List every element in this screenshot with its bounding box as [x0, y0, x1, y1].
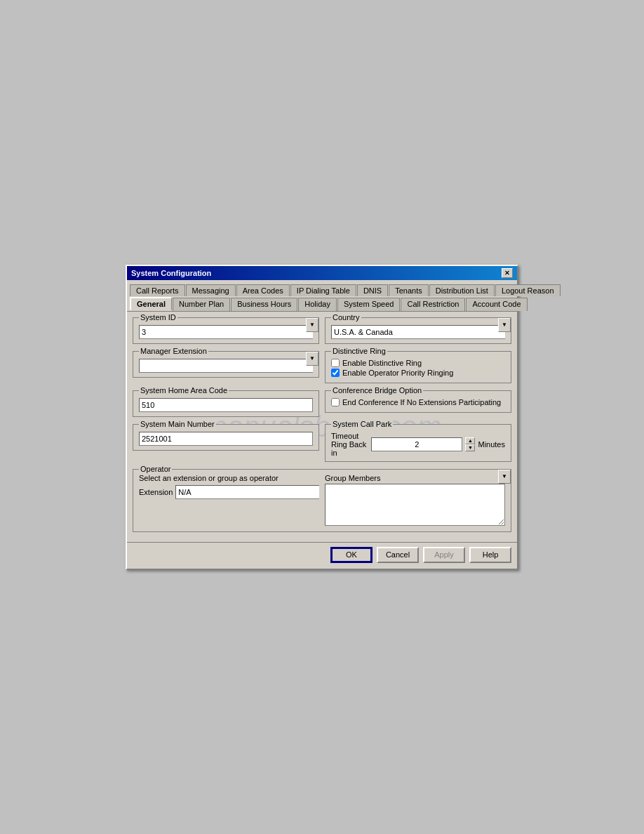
- country-input[interactable]: [331, 325, 505, 339]
- tab-system-speed[interactable]: System Speed: [337, 298, 401, 311]
- tab-ip-dialing-table[interactable]: IP Dialing Table: [290, 284, 356, 296]
- main-number-group: System Main Number: [133, 424, 319, 466]
- tab-tenants[interactable]: Tenants: [389, 284, 429, 296]
- end-conference-checkbox[interactable]: [331, 398, 340, 406]
- tab-call-restriction[interactable]: Call Restriction: [401, 298, 465, 311]
- operator-inner: Select an extension or group as operator…: [139, 474, 505, 527]
- distinctive-ring-fieldgroup: Distinctive Ring Enable Distinctive Ring…: [325, 351, 511, 383]
- button-row: OK Cancel Apply Help: [127, 542, 517, 569]
- tab-dnis[interactable]: DNIS: [357, 284, 388, 296]
- top-row: System ID ▼ Country ▼: [133, 317, 511, 348]
- mid-row-3: System Main Number System Call Park Time…: [133, 424, 511, 466]
- operator-desc: Select an extension or group as operator: [139, 474, 319, 482]
- spinbox-wrapper: Timeout Ring Back in ▲ ▼ Minutes: [331, 432, 505, 457]
- country-fieldgroup: Country ▼: [325, 317, 511, 344]
- tab-number-plan[interactable]: Number Plan: [173, 298, 230, 311]
- manager-ext-input-wrapper: ▼: [139, 359, 313, 373]
- minutes-label: Minutes: [478, 440, 505, 449]
- group-members-label: Group Members: [325, 474, 505, 482]
- country-dropdown-arrow[interactable]: ▼: [498, 318, 511, 332]
- tab-holiday[interactable]: Holiday: [298, 298, 337, 311]
- tab-area-codes[interactable]: Area Codes: [236, 284, 290, 296]
- system-config-dialog: System Configuration ✕ Call Reports Mess…: [126, 265, 518, 570]
- main-number-input[interactable]: [139, 432, 313, 446]
- conference-bridge-group: Conference Bridge Option End Conference …: [325, 390, 511, 421]
- tab-call-reports[interactable]: Call Reports: [130, 284, 185, 296]
- call-park-fieldgroup: System Call Park Timeout Ring Back in ▲ …: [325, 424, 511, 462]
- system-id-input[interactable]: [139, 325, 313, 339]
- enable-distinctive-ring-label: Enable Distinctive Ring: [342, 359, 422, 367]
- tabs-row-1: Call Reports Messaging Area Codes IP Dia…: [127, 280, 517, 312]
- distinctive-ring-group: Distinctive Ring Enable Distinctive Ring…: [325, 351, 511, 388]
- country-input-wrapper: ▼: [331, 325, 505, 339]
- apply-button[interactable]: Apply: [423, 547, 465, 563]
- ext-dropdown-arrow[interactable]: ▼: [498, 470, 511, 484]
- spin-up-button[interactable]: ▲: [465, 437, 475, 444]
- operator-label: Operator: [139, 465, 172, 473]
- mid-row-1: Manager Extension ▼ Distinctive Ring Ena…: [133, 351, 511, 388]
- conference-bridge-option-row: End Conference If No Extensions Particip…: [331, 398, 505, 406]
- conference-bridge-fieldgroup: Conference Bridge Option End Conference …: [325, 390, 511, 413]
- system-id-dropdown-arrow[interactable]: ▼: [306, 318, 318, 332]
- tab-messaging[interactable]: Messaging: [186, 284, 236, 296]
- timeout-spinbox[interactable]: [371, 437, 462, 451]
- area-code-group: System Home Area Code: [133, 390, 319, 421]
- distinctive-ring-option1-row: Enable Distinctive Ring: [331, 359, 505, 367]
- tab-distribution-list[interactable]: Distribution List: [429, 284, 495, 296]
- spin-down-button[interactable]: ▼: [465, 444, 475, 451]
- distinctive-ring-label: Distinctive Ring: [331, 347, 387, 355]
- cancel-button[interactable]: Cancel: [377, 547, 419, 563]
- dialog-content: manualsbase.com System ID ▼ Country ▼: [127, 312, 517, 542]
- help-button[interactable]: Help: [469, 547, 511, 563]
- tab-general[interactable]: General: [130, 297, 172, 310]
- group-members-box[interactable]: [325, 484, 505, 526]
- call-park-group: System Call Park Timeout Ring Back in ▲ …: [325, 424, 511, 466]
- end-conference-label: End Conference If No Extensions Particip…: [342, 398, 501, 406]
- manager-ext-fieldgroup: Manager Extension ▼: [133, 351, 319, 378]
- tab-row-1: Call Reports Messaging Area Codes IP Dia…: [130, 283, 514, 295]
- system-id-fieldgroup: System ID ▼: [133, 317, 319, 344]
- close-button[interactable]: ✕: [502, 268, 513, 278]
- ext-input-wrapper: ▼: [175, 485, 319, 499]
- area-code-fieldgroup: System Home Area Code: [133, 390, 319, 417]
- operator-left: Select an extension or group as operator…: [139, 474, 319, 527]
- tab-business-hours[interactable]: Business Hours: [231, 298, 297, 311]
- manager-ext-input[interactable]: [139, 359, 313, 373]
- enable-operator-priority-ringing-checkbox[interactable]: [331, 369, 340, 377]
- area-code-label: System Home Area Code: [139, 386, 229, 395]
- main-number-fieldgroup: System Main Number: [133, 424, 319, 451]
- manager-ext-label: Manager Extension: [139, 347, 208, 355]
- enable-operator-priority-ringing-label: Enable Operator Priority Ringing: [342, 369, 453, 377]
- manager-ext-group: Manager Extension ▼: [133, 351, 319, 388]
- system-id-group: System ID ▼: [133, 317, 319, 348]
- country-group: Country ▼: [325, 317, 511, 348]
- conference-bridge-label: Conference Bridge Option: [331, 386, 423, 395]
- ext-input[interactable]: [175, 485, 319, 499]
- operator-right: Group Members: [325, 474, 505, 527]
- area-code-input[interactable]: [139, 398, 313, 412]
- enable-distinctive-ring-checkbox[interactable]: [331, 359, 340, 367]
- call-park-label: System Call Park: [331, 420, 393, 428]
- ext-row: Extension ▼: [139, 485, 319, 499]
- ext-label: Extension: [139, 488, 173, 496]
- tab-row-2: General Number Plan Business Hours Holid…: [130, 296, 514, 310]
- distinctive-ring-option2-row: Enable Operator Priority Ringing: [331, 369, 505, 377]
- title-bar-buttons: ✕: [502, 268, 513, 278]
- main-number-label: System Main Number: [139, 420, 216, 428]
- dialog-title: System Configuration: [131, 269, 211, 277]
- country-label: Country: [331, 313, 361, 322]
- title-bar: System Configuration ✕: [127, 266, 517, 280]
- operator-section: Operator Select an extension or group as…: [133, 469, 511, 532]
- system-id-input-wrapper: ▼: [139, 325, 313, 339]
- tab-account-code[interactable]: Account Code: [466, 298, 527, 311]
- tab-logout-reason[interactable]: Logout Reason: [495, 284, 561, 296]
- system-id-label: System ID: [139, 313, 177, 322]
- mid-row-2: System Home Area Code Conference Bridge …: [133, 390, 511, 421]
- manager-ext-dropdown-arrow[interactable]: ▼: [306, 352, 318, 366]
- timeout-label: Timeout Ring Back in: [331, 432, 368, 457]
- spin-buttons: ▲ ▼: [465, 437, 475, 451]
- ok-button[interactable]: OK: [330, 547, 373, 563]
